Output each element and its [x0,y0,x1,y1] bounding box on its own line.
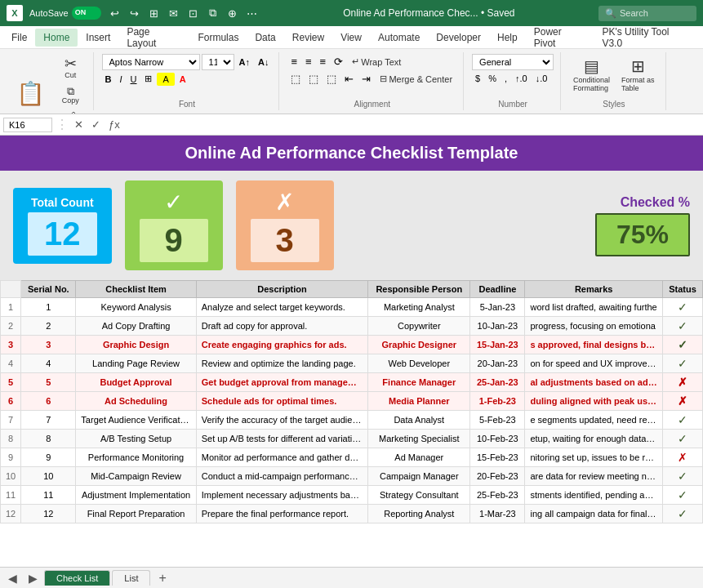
menu-page-layout[interactable]: Page Layout [118,23,189,52]
deadline-cell: 5-Jan-23 [470,298,525,317]
increase-indent-button[interactable]: ⇥ [358,71,374,87]
more-icon[interactable]: ⋯ [245,6,260,20]
number-format-dropdown[interactable]: General [472,54,554,70]
expand-icon[interactable]: ⊕ [225,6,240,20]
cut-button[interactable]: ✂Cut [55,54,87,82]
formula-input[interactable] [126,118,700,132]
align-top-right-button[interactable]: ≡ [317,54,330,69]
person-cell: Data Analyst [368,411,470,430]
menu-insert[interactable]: Insert [78,29,118,47]
tab-list[interactable]: List [112,570,150,586]
table-row[interactable]: 4 4 Landing Page Review Review and optim… [1,354,703,373]
percent-button[interactable]: % [485,72,500,85]
menu-pk-utility[interactable]: PK's Utility Tool V3.0 [594,23,700,52]
status-cell: ✓ [662,430,702,448]
table-row[interactable]: 8 8 A/B Testing Setup Set up A/B tests f… [1,430,703,448]
checked-percent-label: Checked % [595,195,690,210]
comma-button[interactable]: , [501,72,510,85]
col-person: Responsible Person [368,281,470,298]
search-label: Search [620,8,648,18]
table-row[interactable]: 1 1 Keyword Analysis Analyze and select … [1,298,703,317]
status-cell: ✓ [662,298,702,317]
redo-icon[interactable]: ↪ [127,6,142,20]
person-cell: Graphic Designer [368,336,470,354]
font-size-dropdown[interactable]: 11 [202,54,234,70]
autosave-area: AutoSave [29,7,101,20]
menu-review[interactable]: Review [284,29,332,47]
remarks-cell: s approved, final designs by end [525,336,662,354]
orientation-button[interactable]: ⟳ [331,54,346,69]
row-number: 8 [1,430,21,448]
menu-home[interactable]: Home [35,29,78,47]
align-top-left-button[interactable]: ≡ [287,54,300,69]
tab-checklist[interactable]: Check List [44,570,110,586]
cell-reference-input[interactable] [3,118,52,132]
confirm-formula-icon[interactable]: ✓ [89,118,103,131]
deadline-cell: 15-Jan-23 [470,336,525,354]
border-button[interactable]: ⊞ [141,72,155,86]
next-sheet-button[interactable]: ▶ [24,570,42,586]
menu-formulas[interactable]: Formulas [189,29,247,47]
format-as-table-button[interactable]: ⊞Format asTable [617,54,659,95]
table-row[interactable]: 12 12 Final Report Preparation Prepare t… [1,505,703,523]
cancel-formula-icon[interactable]: ✕ [72,118,86,131]
menu-help[interactable]: Help [489,29,526,47]
person-cell: Web Developer [368,354,470,373]
align-center-button[interactable]: ⬚ [305,71,322,87]
insert-function-icon[interactable]: ƒx [106,118,122,131]
align-right-button[interactable]: ⬚ [323,71,340,87]
italic-button[interactable]: I [116,73,125,86]
merge-center-button[interactable]: ⊟Merge & Center [376,71,456,87]
person-cell: Media Planner [368,392,470,411]
paste-button[interactable]: 📋 [10,77,51,110]
menu-power-pivot[interactable]: Power Pivot [526,23,594,52]
ribbon-styles: ▤ConditionalFormatting ⊞Format asTable S… [563,52,666,110]
undo-icon[interactable]: ↩ [108,6,122,20]
copy-button[interactable]: ⧉Copy [55,83,87,107]
add-sheet-button[interactable]: + [152,569,172,587]
menu-developer[interactable]: Developer [428,29,489,47]
table-row[interactable]: 3 3 Graphic Design Create engaging graph… [1,336,703,354]
increase-decimal-button[interactable]: ↑.0 [512,72,531,85]
desc-cell: Prepare the final performance report. [196,505,368,523]
checked-count-card: ✓ 9 [125,180,223,270]
menu-view[interactable]: View [332,29,370,47]
merge-center-label: Merge & Center [389,74,452,84]
table-row[interactable]: 9 9 Performance Monitoring Monitor ad pe… [1,448,703,467]
item-cell: Ad Copy Drafting [76,317,196,336]
copy-icon[interactable]: ⧉ [206,6,220,20]
search-box[interactable]: 🔍 Search [598,6,696,21]
font-name-dropdown[interactable]: Aptos Narrow [102,54,200,70]
table-row[interactable]: 11 11 Adjustment Implementation Implemen… [1,486,703,505]
font-color-button[interactable]: A [176,73,189,86]
align-left-button[interactable]: ⬚ [287,71,304,87]
menu-automate[interactable]: Automate [370,29,428,47]
menu-data[interactable]: Data [247,29,283,47]
decrease-decimal-button[interactable]: ↓.0 [532,72,551,85]
table-row[interactable]: 5 5 Budget Approval Get budget approval … [1,373,703,392]
fill-color-button[interactable]: A [157,73,174,86]
prev-sheet-button[interactable]: ◀ [3,570,22,586]
table-row[interactable]: 2 2 Ad Copy Drafting Draft ad copy for a… [1,317,703,336]
increase-font-button[interactable]: A↑ [236,56,253,69]
wrap-text-button[interactable]: ↵Wrap Text [348,54,405,69]
table-icon[interactable]: ⊞ [147,6,162,20]
cursor-icon[interactable]: ⊡ [186,6,201,20]
serial-cell: 10 [21,467,76,486]
menu-file[interactable]: File [3,29,35,47]
format-painter-button[interactable]: 🖌Format [55,109,87,114]
currency-button[interactable]: $ [472,72,483,85]
decrease-font-button[interactable]: A↓ [255,56,272,69]
align-top-center-button[interactable]: ≡ [302,54,315,69]
underline-button[interactable]: U [127,73,140,86]
table-row[interactable]: 10 10 Mid-Campaign Review Conduct a mid-… [1,467,703,486]
table-row[interactable]: 6 6 Ad Scheduling Schedule ads for optim… [1,392,703,411]
bold-button[interactable]: B [102,73,115,86]
conditional-formatting-button[interactable]: ▤ConditionalFormatting [569,54,614,95]
email-icon[interactable]: ✉ [167,6,181,20]
deadline-cell: 15-Feb-23 [470,448,525,467]
decrease-indent-button[interactable]: ⇤ [341,71,357,87]
table-row[interactable]: 7 7 Target Audience Verification Verify … [1,411,703,430]
autosave-toggle[interactable] [72,7,101,20]
font-format-row: B I U ⊞ A A [102,72,273,86]
